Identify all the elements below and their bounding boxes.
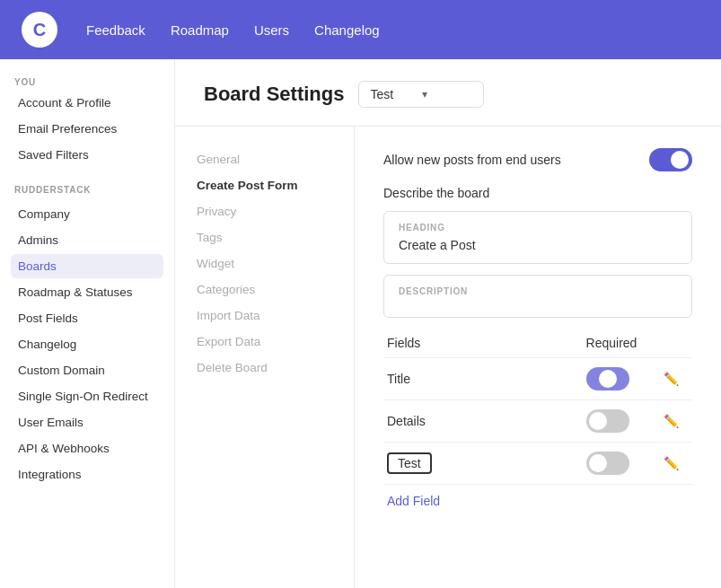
app-header: C Feedback Roadmap Users Changelog: [0, 0, 721, 59]
logo[interactable]: C: [22, 12, 57, 48]
subnav-create-post-form[interactable]: Create Post Form: [189, 174, 339, 197]
nav-changelog[interactable]: Changelog: [314, 22, 380, 38]
field-row-details: Details ✏️: [383, 399, 692, 442]
subnav-privacy[interactable]: Privacy: [189, 200, 339, 223]
allow-posts-row: Allow new posts from end users: [383, 148, 692, 171]
subnav-widget[interactable]: Widget: [189, 252, 339, 275]
subnav-general[interactable]: General: [189, 148, 339, 171]
nav-users[interactable]: Users: [254, 22, 289, 38]
board-selector[interactable]: Test ▾: [358, 81, 484, 108]
title-edit-button[interactable]: ✏️: [653, 372, 689, 386]
sidebar-item-api[interactable]: API & Webhooks: [11, 436, 163, 461]
sidebar-item-saved-filters[interactable]: Saved Filters: [11, 143, 163, 167]
fields-col-header: Fields: [383, 336, 567, 350]
sidebar-item-company[interactable]: Company: [11, 202, 163, 226]
sidebar-item-post-fields[interactable]: Post Fields: [11, 306, 163, 330]
settings-panel: Allow new posts from end users Describe …: [355, 127, 721, 588]
required-col-header: Required: [567, 336, 656, 350]
main-content: Board Settings Test ▾ General Create Pos…: [175, 59, 721, 588]
heading-field-box: HEADING Create a Post: [383, 211, 692, 264]
sidebar-org-group: RUDDERSTACK Company Admins Boards Roadma…: [11, 185, 163, 487]
test-edit-button[interactable]: ✏️: [653, 456, 689, 470]
field-row-title: Title ✏️: [383, 357, 692, 399]
field-title-name: Title: [387, 372, 563, 386]
field-test-toggle-cell: [563, 452, 653, 475]
sidebar-item-account[interactable]: Account & Profile: [11, 91, 163, 115]
content-area: General Create Post Form Privacy Tags Wi…: [175, 127, 721, 588]
details-required-toggle[interactable]: [586, 409, 629, 433]
sidebar-item-changelog[interactable]: Changelog: [11, 332, 163, 356]
layout: YOU Account & Profile Email Preferences …: [0, 59, 721, 588]
subnav-import[interactable]: Import Data: [189, 304, 339, 327]
pencil-icon: ✏️: [664, 414, 679, 428]
page-header: Board Settings Test ▾: [175, 59, 721, 127]
heading-label: HEADING: [399, 223, 677, 233]
title-required-toggle[interactable]: [586, 367, 629, 391]
nav-feedback[interactable]: Feedback: [86, 22, 145, 38]
chevron-down-icon: ▾: [422, 88, 427, 101]
field-row-test: Test ✏️: [383, 442, 692, 484]
pencil-icon: ✏️: [664, 456, 679, 470]
sidebar-you-label: YOU: [11, 77, 163, 87]
subnav-export[interactable]: Export Data: [189, 330, 339, 353]
sidebar-item-admins[interactable]: Admins: [11, 228, 163, 252]
subnav-categories[interactable]: Categories: [189, 278, 339, 301]
field-details-name: Details: [387, 414, 563, 428]
logo-letter: C: [33, 20, 46, 40]
main-nav: Feedback Roadmap Users Changelog: [86, 22, 380, 38]
allow-posts-label: Allow new posts from end users: [383, 153, 561, 167]
heading-value[interactable]: Create a Post: [399, 238, 677, 252]
test-field-name-box[interactable]: Test: [387, 452, 432, 474]
sidebar-item-sso[interactable]: Single Sign-On Redirect: [11, 384, 163, 408]
nav-roadmap[interactable]: Roadmap: [171, 22, 229, 38]
subnav-delete[interactable]: Delete Board: [189, 356, 339, 379]
allow-posts-toggle[interactable]: [649, 148, 692, 171]
test-required-toggle[interactable]: [586, 452, 629, 475]
page-title: Board Settings: [204, 83, 344, 106]
add-field-button[interactable]: Add Field: [383, 484, 692, 517]
sidebar-item-custom-domain[interactable]: Custom Domain: [11, 358, 163, 382]
pencil-icon: ✏️: [664, 372, 679, 386]
sidebar-org-label: RUDDERSTACK: [11, 185, 163, 195]
fields-header: Fields Required: [383, 329, 692, 357]
sidebar-item-email-prefs[interactable]: Email Preferences: [11, 117, 163, 141]
description-field-box: DESCRIPTION: [383, 275, 692, 318]
describe-board-label: Describe the board: [383, 186, 692, 200]
sidebar-item-boards[interactable]: Boards: [11, 254, 163, 278]
field-test-name: Test: [387, 456, 563, 470]
sub-nav: General Create Post Form Privacy Tags Wi…: [175, 127, 355, 588]
sidebar-item-integrations[interactable]: Integrations: [11, 462, 163, 487]
sidebar-you-group: YOU Account & Profile Email Preferences …: [11, 77, 163, 167]
board-selector-value: Test: [370, 87, 393, 101]
field-title-toggle-cell: [563, 367, 653, 391]
description-label: DESCRIPTION: [399, 286, 677, 296]
sidebar-item-roadmap[interactable]: Roadmap & Statuses: [11, 280, 163, 304]
details-edit-button[interactable]: ✏️: [653, 414, 689, 428]
sidebar-item-user-emails[interactable]: User Emails: [11, 410, 163, 434]
sidebar: YOU Account & Profile Email Preferences …: [0, 59, 175, 588]
subnav-tags[interactable]: Tags: [189, 226, 339, 249]
field-details-toggle-cell: [563, 409, 653, 433]
